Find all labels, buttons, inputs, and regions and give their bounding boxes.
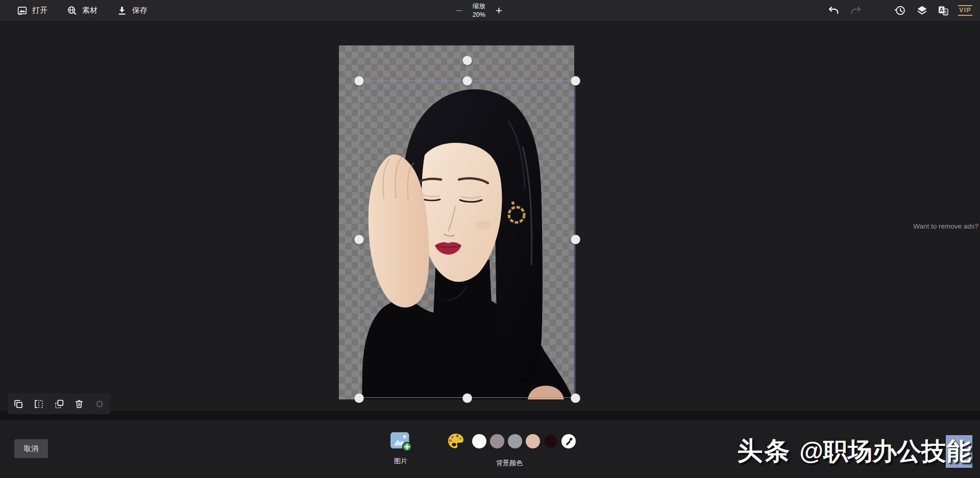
cancel-button[interactable]: 取消 — [14, 439, 48, 458]
watermark: 头条 @职场办公技 能 — [737, 434, 972, 468]
top-toolbar: 打开 素材 — [0, 0, 980, 21]
eyedropper-icon[interactable] — [561, 434, 576, 448]
arrange-order-icon[interactable] — [54, 398, 65, 410]
color-swatch-dark-maroon[interactable] — [544, 434, 558, 448]
color-swatch-tan[interactable] — [526, 434, 540, 448]
color-swatch-gray[interactable] — [508, 434, 522, 448]
selection-handle-bottom-left[interactable] — [354, 393, 364, 403]
translate-icon[interactable]: 文 A — [937, 5, 949, 17]
redo-icon[interactable] — [850, 5, 862, 17]
bottom-panel: 取消 图片 — [0, 420, 980, 478]
zoom-label: 缩放 — [473, 2, 485, 10]
zoom-controls: − 缩放 20% + — [456, 0, 502, 21]
zoom-display: 缩放 20% — [473, 2, 485, 19]
selection-rotate-handle[interactable] — [462, 56, 472, 65]
background-color-group — [447, 432, 576, 450]
selection-handle-mid-left[interactable] — [354, 235, 364, 244]
selection-handle-top-mid[interactable] — [462, 76, 472, 86]
layer-toolbar — [8, 393, 110, 414]
duplicate-icon[interactable] — [13, 398, 24, 410]
portrait-photo — [339, 45, 574, 399]
watermark-highlight: 能 — [946, 435, 972, 468]
vip-badge[interactable]: VIP — [958, 5, 972, 16]
history-actions: 文 A VIP — [827, 0, 972, 21]
zoom-in-button[interactable]: + — [496, 5, 502, 16]
remove-ads-link[interactable]: Want to remove ads? — [913, 222, 978, 230]
watermark-handle: @职场办公技 — [799, 435, 946, 468]
watermark-brand: 头条 — [737, 434, 791, 468]
canvas-image[interactable] — [339, 45, 574, 399]
save-download-icon — [116, 5, 128, 16]
open-image-icon — [16, 5, 28, 16]
save-button[interactable]: 保存 — [116, 5, 148, 16]
background-color-label: 背景颜色 — [484, 459, 535, 468]
palette-icon[interactable] — [447, 432, 465, 450]
material-label: 素材 — [82, 6, 97, 15]
selection-handle-top-left[interactable] — [354, 76, 364, 86]
selection-handle-bottom-right[interactable] — [571, 393, 580, 403]
settings-gear-icon[interactable] — [94, 398, 105, 410]
flip-horizontal-icon[interactable] — [33, 398, 44, 410]
svg-text:A: A — [940, 7, 943, 12]
save-label: 保存 — [132, 6, 148, 15]
zoom-value: 20% — [473, 11, 485, 19]
image-tool[interactable]: 图片 — [385, 431, 416, 466]
material-button[interactable]: 素材 — [66, 5, 97, 16]
undo-icon[interactable] — [827, 5, 840, 17]
canvas-bottom-strip — [0, 411, 980, 420]
delete-icon[interactable] — [74, 398, 85, 410]
image-tool-label: 图片 — [385, 457, 416, 466]
color-swatch-white[interactable] — [472, 434, 486, 448]
layers-icon[interactable] — [916, 4, 928, 17]
selection-handle-bottom-mid[interactable] — [462, 393, 472, 403]
zoom-out-button[interactable]: − — [456, 5, 462, 16]
color-swatch-mauve[interactable] — [490, 434, 504, 448]
open-label: 打开 — [32, 6, 47, 15]
file-actions: 打开 素材 — [16, 0, 166, 21]
selection-handle-top-right[interactable] — [571, 76, 580, 86]
material-globe-search-icon — [66, 5, 78, 16]
open-button[interactable]: 打开 — [16, 5, 47, 16]
selection-handle-mid-right[interactable] — [571, 235, 580, 244]
photo-editor-app: 打开 素材 — [0, 0, 980, 478]
add-image-icon — [389, 444, 412, 453]
history-icon[interactable] — [894, 4, 906, 17]
